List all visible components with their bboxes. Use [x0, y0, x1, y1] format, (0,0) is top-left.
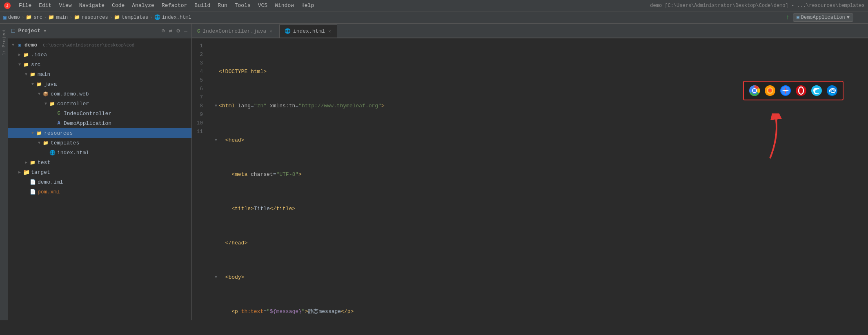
breadcrumb-item-templates[interactable]: 📁 templates: [114, 14, 148, 20]
tree-arrow-templates[interactable]: ▼: [36, 141, 42, 145]
html-icon-tree: 🌐: [49, 149, 56, 156]
safari-icon[interactable]: [780, 85, 791, 96]
opera-icon[interactable]: [795, 85, 807, 96]
tree-item-src[interactable]: ▼ 📁 src: [8, 60, 191, 69]
tree-arrow-controller[interactable]: ▼: [42, 102, 49, 106]
menu-help[interactable]: Help: [298, 2, 317, 9]
breadcrumb-label-demo[interactable]: demo: [8, 15, 20, 20]
panel-icon: □: [11, 28, 15, 34]
menu-navigate[interactable]: Navigate: [76, 2, 108, 9]
tree-item-main[interactable]: ▼ 📁 main: [8, 69, 191, 79]
tree-arrow-java[interactable]: ▼: [29, 82, 36, 87]
menu-vcs[interactable]: VCS: [255, 2, 271, 9]
menu-bar: J File Edit View Navigate Code Analyze R…: [0, 0, 868, 11]
breadcrumb-item-src[interactable]: 📁 src: [26, 14, 42, 20]
tree-label-index-html: index.html: [57, 150, 89, 156]
menu-refactor[interactable]: Refactor: [158, 2, 190, 9]
tree-arrow-main[interactable]: ▼: [23, 72, 29, 77]
code-token-2-7: "http://www.thymeleaf.org": [298, 102, 381, 110]
tree-arrow-com-demo-web[interactable]: ▼: [36, 92, 42, 96]
vcs-update-icon[interactable]: ↑: [786, 14, 790, 21]
tree-item-templates[interactable]: ▼ 📁 templates: [8, 138, 191, 148]
tab-close-index-html[interactable]: ✕: [327, 28, 332, 34]
menu-run[interactable]: Run: [214, 2, 230, 9]
code-token-2-1: <html: [219, 102, 238, 110]
menu-tools[interactable]: Tools: [231, 2, 254, 9]
breadcrumb-sep-1: ›: [22, 15, 24, 20]
tab-index-html[interactable]: 🌐 index.html ✕: [279, 24, 337, 38]
breadcrumb-item-main[interactable]: 📁 main: [48, 14, 68, 20]
tree-item-pom-xml[interactable]: 📄 pom.xml: [8, 187, 191, 197]
breadcrumb-label-main[interactable]: main: [56, 15, 68, 20]
svg-point-8: [769, 89, 771, 91]
code-line-2: ▼ <html lang="zh" xmlns:th="http://www.t…: [213, 102, 863, 110]
settings-panel-btn[interactable]: ⚙: [176, 27, 180, 35]
breadcrumb-label-resources[interactable]: resources: [82, 15, 108, 20]
folder-icon-main: 📁: [29, 71, 36, 78]
tree-label-DemoApplication: DemoApplication: [64, 120, 111, 126]
breadcrumb-item-resources[interactable]: 📁 resources: [74, 14, 108, 20]
code-token-4-5: >: [298, 170, 302, 179]
tree-item-idea[interactable]: ▶ 📁 .idea: [8, 50, 191, 60]
add-panel-btn[interactable]: ⊕: [160, 27, 165, 35]
breadcrumb-item-indexhtml[interactable]: 🌐 index.html: [154, 14, 191, 20]
tree-label-IndexController: IndexController: [64, 111, 111, 117]
tree-arrow-target[interactable]: ▶: [16, 170, 23, 175]
tree-arrow-src[interactable]: ▼: [16, 62, 23, 67]
tree-item-test[interactable]: ▶ 📁 test: [8, 158, 191, 167]
menu-file[interactable]: File: [16, 2, 35, 9]
edge-new-icon[interactable]: [826, 85, 838, 96]
breadcrumb-label-indexhtml[interactable]: index.html: [162, 15, 191, 20]
tree-item-DemoApplication[interactable]: A DemoApplication: [8, 118, 191, 128]
menu-analyze[interactable]: Analyze: [129, 2, 158, 9]
tree-item-java[interactable]: ▼ 📁 java: [8, 79, 191, 89]
panel-dropdown-arrow[interactable]: ▼: [44, 29, 47, 33]
tree-arrow-test[interactable]: ▶: [23, 160, 29, 165]
menu-edit[interactable]: Edit: [36, 2, 55, 9]
breadcrumb-item-project[interactable]: ▣ demo: [3, 14, 20, 21]
breadcrumb-label-src[interactable]: src: [33, 15, 42, 20]
tree-arrow-idea[interactable]: ▶: [16, 52, 23, 57]
html-icon-tab: 🌐: [285, 28, 291, 34]
tree-item-resources[interactable]: ▼ 📁 resources: [8, 128, 191, 138]
module-icon: ▣: [3, 14, 7, 21]
tab-bar: C IndexController.java ✕ 🌐 index.html ✕: [192, 24, 868, 38]
firefox-icon[interactable]: [764, 85, 776, 96]
chrome-icon[interactable]: [749, 85, 760, 96]
menu-code[interactable]: Code: [109, 2, 128, 9]
edge-old-icon[interactable]: [811, 85, 822, 96]
tree-item-demo-iml[interactable]: 📄 demo.iml: [8, 177, 191, 187]
tree-arrow-demo[interactable]: ▼: [10, 43, 16, 47]
tree-item-demo-root[interactable]: ▼ ▣ demo C:\Users\Administrator\Desktop\…: [8, 40, 191, 50]
tree-label-main: main: [38, 71, 50, 78]
tree-arrow-resources[interactable]: ▼: [29, 131, 36, 135]
fold-2[interactable]: ▼: [213, 102, 219, 110]
menu-view[interactable]: View: [56, 2, 75, 9]
breadcrumb-label-templates[interactable]: templates: [122, 15, 148, 20]
run-config-selector[interactable]: ▣ DemoApplication ▼: [793, 13, 853, 22]
folder-icon-2: 📁: [48, 14, 54, 20]
sync-panel-btn[interactable]: ⇄: [168, 27, 173, 35]
line-num-5: 5: [195, 76, 203, 84]
tab-close-IndexController[interactable]: ✕: [269, 28, 273, 34]
minimize-panel-btn[interactable]: —: [183, 27, 188, 35]
tab-IndexController[interactable]: C IndexController.java ✕: [192, 24, 278, 38]
code-token-2-6: =: [295, 102, 298, 110]
fold-7[interactable]: ▼: [213, 273, 219, 282]
menu-window[interactable]: Window: [272, 2, 297, 9]
code-token-2-3: =: [251, 102, 254, 110]
tree-item-controller[interactable]: ▼ 📁 controller: [8, 99, 191, 109]
tree-item-index-html[interactable]: 🌐 index.html: [8, 148, 191, 158]
tree-item-target[interactable]: ▶ 📁 target: [8, 167, 191, 177]
code-line-4: <meta charset="UTF-8">: [213, 170, 863, 179]
code-token-8-1: <p: [219, 307, 241, 316]
code-token-4-4: "UTF-8": [276, 170, 298, 179]
tree-item-com-demo-web[interactable]: ▼ 📦 com.demo.web: [8, 89, 191, 99]
tree-item-IndexController[interactable]: C IndexController: [8, 109, 191, 118]
code-line-1: <!DOCTYPE html>: [213, 67, 863, 76]
tree-label-com-demo-web: com.demo.web: [51, 91, 89, 97]
menu-build[interactable]: Build: [191, 2, 214, 9]
fold-3[interactable]: ▼: [213, 136, 219, 144]
side-tab-label[interactable]: 1: Project: [2, 25, 7, 59]
tree-label-src: src: [31, 62, 40, 68]
